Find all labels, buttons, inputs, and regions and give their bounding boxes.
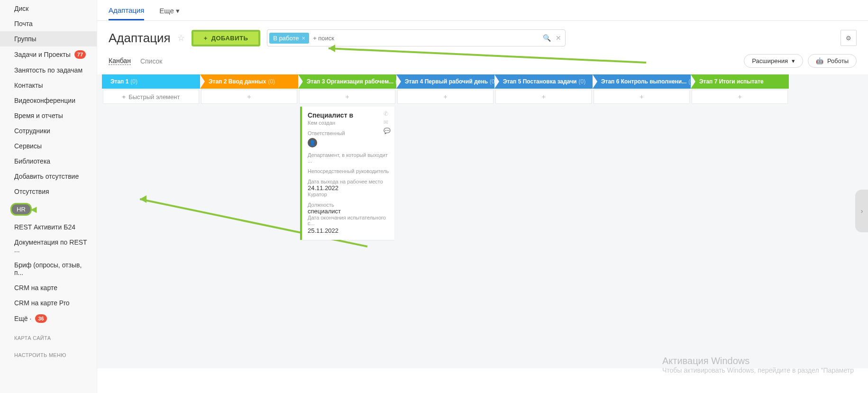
chevron-down-icon: ▾: [792, 57, 795, 64]
card-created-by-label: Кем создан: [308, 120, 390, 126]
sidebar-item-1[interactable]: Почта: [0, 16, 97, 31]
sidebar-item-label: Документация по REST ...: [14, 238, 90, 254]
add-button[interactable]: + ДОБАВИТЬ: [192, 30, 261, 46]
view-list[interactable]: Список: [140, 57, 163, 65]
card-responsible-label: Ответственный: [308, 130, 390, 136]
sidebar-item-15[interactable]: Документация по REST ...: [0, 235, 97, 257]
header-row: Адаптация ☆ + ДОБАВИТЬ В работе × 🔍 ✕ ⚙: [97, 21, 868, 51]
sidebar-item-13[interactable]: HR◄: [0, 199, 97, 219]
tab-more-label: Еще: [159, 7, 174, 15]
sidebar-item-4[interactable]: Занятость по задачам: [0, 63, 97, 78]
card-title: Специалист в: [308, 111, 390, 119]
sidebar-item-16[interactable]: Бриф (опросы, отзыв, п...: [0, 257, 97, 280]
add-card-button[interactable]: +: [692, 90, 788, 104]
card-department-label: Департамент, в который выходит ...: [308, 152, 390, 164]
sidebar-item-7[interactable]: Время и отчеты: [0, 108, 97, 123]
clear-icon[interactable]: ✕: [556, 34, 561, 42]
kanban-card[interactable]: ✆✉💬Специалист вКем созданОтветственный👤Д…: [300, 107, 394, 240]
robots-label: Роботы: [827, 57, 849, 64]
stage-header[interactable]: Этап 4 Первый рабочий день (0): [396, 74, 494, 89]
add-card-button[interactable]: +: [299, 90, 395, 104]
sidebar-footer-sitemap[interactable]: КАРТА САЙТА: [0, 327, 97, 344]
search-filter-bar[interactable]: В работе × 🔍 ✕: [267, 29, 566, 46]
chat-icon[interactable]: 💬: [384, 128, 391, 134]
tab-more[interactable]: Еще ▾: [159, 1, 180, 20]
add-card-button[interactable]: +: [397, 90, 493, 104]
stage-label: Этап 7 Итоги испытате: [699, 78, 764, 85]
side-expand-tab[interactable]: ›: [855, 190, 868, 232]
add-card-button[interactable]: +: [594, 90, 690, 104]
stage-header[interactable]: Этап 7 Итоги испытате: [691, 74, 789, 89]
close-icon[interactable]: ×: [302, 35, 306, 42]
mail-icon[interactable]: ✉: [384, 119, 391, 126]
stage-count: (0): [578, 78, 585, 85]
main-content: Адаптация Еще ▾ Адаптация ☆ + ДОБАВИТЬ В…: [97, 0, 868, 393]
kanban-column-3: Этап 4 Первый рабочий день (0)+: [396, 74, 494, 368]
page-title: Адаптация: [109, 31, 171, 46]
stage-count: (1): [395, 78, 396, 85]
stage-header[interactable]: Этап 5 Постановка задачи (0): [494, 74, 593, 89]
kanban-column-2: Этап 3 Организация рабочем... (1)+✆✉💬Спе…: [298, 74, 396, 368]
sidebar: ДискПочтаГруппыЗадачи и Проекты77Занятос…: [0, 0, 97, 393]
view-switch-row: Канбан Список Расширения ▾ 🤖 Роботы: [97, 51, 868, 74]
plus-icon: +: [204, 35, 208, 42]
badge: 36: [35, 314, 46, 323]
sidebar-item-10[interactable]: Библиотека: [0, 154, 97, 169]
sidebar-item-3[interactable]: Задачи и Проекты77: [0, 46, 97, 63]
sidebar-item-label: Задачи и Проекты: [14, 51, 71, 58]
stage-count: (0): [688, 78, 691, 85]
sidebar-item-label: Время и отчеты: [14, 112, 63, 119]
sidebar-item-2[interactable]: Группы: [0, 31, 97, 46]
sidebar-item-12[interactable]: Отсутствия: [0, 184, 97, 199]
filter-chip-status[interactable]: В работе ×: [269, 33, 309, 44]
kanban-column-0: Этап 1 (0)+Быстрый элемент: [102, 74, 200, 368]
stage-label: Этап 3 Организация рабочем...: [307, 78, 393, 85]
sidebar-item-5[interactable]: Контакты: [0, 78, 97, 93]
sidebar-item-11[interactable]: Добавить отсутствие: [0, 169, 97, 184]
filter-chip-label: В работе: [273, 35, 299, 42]
sidebar-item-label: Отсутствия: [14, 188, 49, 195]
search-input[interactable]: [309, 32, 543, 45]
sidebar-item-label: REST Активити Б24: [14, 223, 75, 231]
sidebar-item-18[interactable]: CRM на карте Pro: [0, 295, 97, 311]
sidebar-item-label: Диск: [14, 5, 28, 12]
avatar[interactable]: 👤: [308, 138, 317, 147]
sidebar-item-label: Добавить отсутствие: [14, 173, 79, 180]
robot-icon: 🤖: [816, 57, 823, 64]
search-icon[interactable]: 🔍: [543, 34, 551, 42]
sidebar-item-9[interactable]: Сервисы: [0, 138, 97, 154]
stage-header[interactable]: Этап 2 Ввод данных (0): [200, 74, 298, 89]
tab-adaptation[interactable]: Адаптация: [109, 0, 144, 20]
sidebar-item-0[interactable]: Диск: [0, 1, 97, 16]
arrow-left-icon: ◄: [28, 203, 39, 216]
quick-add-button[interactable]: +Быстрый элемент: [103, 90, 199, 104]
phone-icon[interactable]: ✆: [384, 110, 391, 117]
robots-button[interactable]: 🤖 Роботы: [808, 54, 857, 68]
stage-label: Этап 5 Постановка задачи: [503, 78, 576, 85]
sidebar-item-17[interactable]: CRM на карте: [0, 280, 97, 295]
card-end-date-label: Дата окончания испытательного с...: [308, 215, 390, 226]
card-position-label: Должность: [308, 202, 390, 208]
stage-header[interactable]: Этап 6 Контроль выполнени... (0): [593, 74, 691, 89]
stage-header[interactable]: Этап 1 (0): [102, 74, 200, 89]
stage-count: (0): [130, 78, 137, 85]
sidebar-item-8[interactable]: Сотрудники: [0, 123, 97, 138]
sidebar-item-label: Видеоконференции: [14, 97, 75, 104]
sidebar-item-label: Контакты: [14, 82, 43, 89]
sidebar-item-19[interactable]: Ещё · 36: [0, 311, 97, 327]
settings-button[interactable]: ⚙: [841, 30, 857, 46]
chevron-down-icon: ▾: [176, 7, 180, 15]
sidebar-item-6[interactable]: Видеоконференции: [0, 93, 97, 108]
kanban-board: Этап 1 (0)+Быстрый элементЭтап 2 Ввод да…: [97, 74, 868, 368]
quick-add-label: Быстрый элемент: [128, 93, 180, 101]
stage-header[interactable]: Этап 3 Организация рабочем... (1): [298, 74, 396, 89]
add-card-button[interactable]: +: [201, 90, 297, 104]
stage-label: Этап 6 Контроль выполнени...: [601, 78, 686, 85]
card-start-date-label: Дата выхода на рабочее место: [308, 179, 390, 184]
view-kanban[interactable]: Канбан: [109, 57, 131, 65]
sidebar-footer-settings[interactable]: НАСТРОИТЬ МЕНЮ: [0, 344, 97, 361]
star-icon[interactable]: ☆: [177, 33, 185, 43]
add-card-button[interactable]: +: [495, 90, 592, 104]
sidebar-item-14[interactable]: REST Активити Б24: [0, 219, 97, 235]
extensions-button[interactable]: Расширения ▾: [744, 54, 803, 68]
